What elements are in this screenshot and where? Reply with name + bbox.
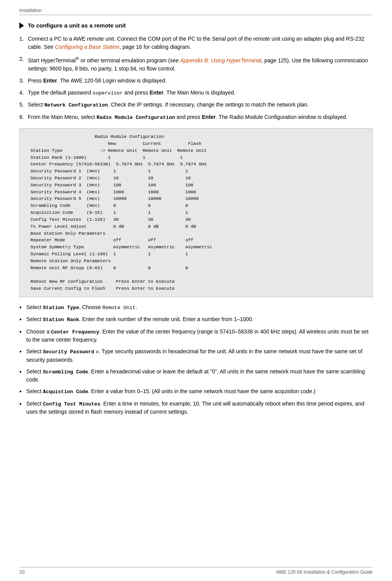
- bullet-list: • Select Station Type. Choose Remote Uni…: [19, 303, 373, 416]
- top-bar: Installation: [19, 8, 373, 15]
- step-item-1: 1. Connect a PC to a AWE remote unit. Co…: [19, 35, 373, 51]
- bullet-content: Select Station Rank. Enter the rank numb…: [26, 315, 373, 324]
- page: Installation To configure a unit as a re…: [0, 0, 392, 581]
- step-item-2: 2. Start HyperTerminal® or other termina…: [19, 55, 373, 73]
- step-content: Connect a PC to a AWE remote unit. Conne…: [28, 35, 373, 51]
- step-content: Press Enter. The AWE 120-58 Login window…: [28, 77, 373, 85]
- section-title: To configure a unit as a remote unit: [28, 22, 126, 29]
- bullet-content: Select Acquistion Code. Enter a value fr…: [26, 387, 373, 396]
- bullet-item-1: • Select Station Type. Choose Remote Uni…: [19, 303, 373, 312]
- bullet-dot: •: [19, 368, 26, 384]
- bullet-content: Select Station Type. Choose Remote Unit.: [26, 303, 373, 312]
- arrow-icon: [19, 22, 24, 29]
- bullet-item-2: • Select Station Rank. Enter the rank nu…: [19, 315, 373, 324]
- bullet-item-3: • Choose a Center Frequency. Enter the v…: [19, 328, 373, 344]
- bullet-dot: •: [19, 315, 26, 324]
- bullet-dot: •: [19, 347, 26, 364]
- bullet-content: Choose a Center Frequency. Enter the val…: [26, 328, 373, 344]
- step-item-4: 4. Type the default password supervisor …: [19, 89, 373, 97]
- step-item-6: 6. From the Main Menu, select Radio Modu…: [19, 113, 373, 122]
- step-content: Type the default password supervisor and…: [28, 89, 373, 97]
- footer-page-number: 20: [19, 569, 24, 575]
- step-content: Start HyperTerminal® or other terminal e…: [28, 55, 373, 73]
- step-num: 2.: [19, 55, 28, 73]
- step-num: 1.: [19, 35, 28, 51]
- step-num: 6.: [19, 113, 28, 122]
- footer: 20 AWE 120-58 Installation & Configurati…: [19, 567, 373, 575]
- step-num: 4.: [19, 89, 28, 97]
- bullet-item-4: • Select Security Password x. Type secur…: [19, 347, 373, 364]
- bullet-item-6: • Select Acquistion Code. Enter a value …: [19, 387, 373, 396]
- bullet-dot: •: [19, 328, 26, 344]
- bullet-content: Select Config Test Minutes. Enter a time…: [26, 400, 373, 416]
- step-num: 3.: [19, 77, 28, 85]
- bullet-content: Select Scrambling Code. Enter a hexadeci…: [26, 368, 373, 384]
- step-item-3: 3. Press Enter. The AWE 120-58 Login win…: [19, 77, 373, 85]
- section-heading: To configure a unit as a remote unit: [19, 22, 373, 29]
- bullet-dot: •: [19, 303, 26, 312]
- bullet-dot: •: [19, 387, 26, 396]
- bullet-content: Select Security Password x. Type securit…: [26, 347, 373, 364]
- numbered-steps-list: 1. Connect a PC to a AWE remote unit. Co…: [19, 35, 373, 121]
- header-label: Installation: [19, 8, 41, 13]
- bullet-item-5: • Select Scrambling Code. Enter a hexade…: [19, 368, 373, 384]
- bullet-item-7: • Select Config Test Minutes. Enter a ti…: [19, 400, 373, 416]
- bullet-dot: •: [19, 400, 26, 416]
- step-item-5: 5. Select Network Configuration. Check t…: [19, 101, 373, 109]
- footer-guide-title: AWE 120-58 Installation & Configuration …: [276, 569, 373, 575]
- terminal-box: Radio Module Configuration New Current F…: [19, 128, 373, 297]
- step-content: From the Main Menu, select Radio Module …: [28, 113, 373, 122]
- step-num: 5.: [19, 101, 28, 109]
- step-content: Select Network Configuration. Check the …: [28, 101, 373, 109]
